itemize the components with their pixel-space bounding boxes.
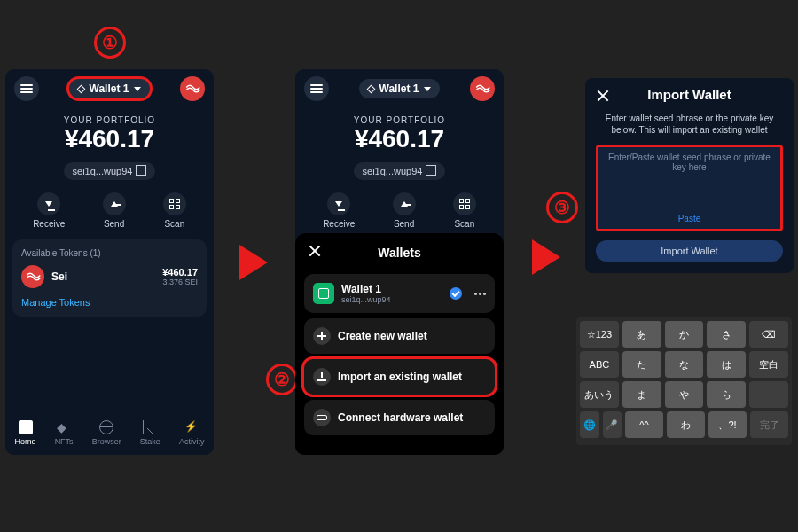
arrow-right-icon (532, 239, 560, 275)
key-ka[interactable]: か (665, 321, 704, 348)
create-wallet-label: Create new wallet (338, 330, 427, 342)
key-na[interactable]: な (665, 351, 704, 378)
more-icon[interactable] (474, 293, 486, 295)
tab-browser[interactable]: Browser (92, 420, 121, 446)
step-3-badge: ③ (546, 192, 578, 223)
key-ma[interactable]: ま (622, 381, 661, 408)
create-wallet-button[interactable]: Create new wallet (304, 318, 495, 354)
copy-icon (427, 167, 436, 176)
token-name: Sei (51, 270, 67, 283)
import-wallet-screen: Import Wallet Enter wallet seed phrase o… (585, 78, 794, 273)
hamburger-icon (310, 84, 323, 93)
tab-nfts-label: NFTs (55, 437, 74, 446)
tab-stake-label: Stake (140, 437, 160, 446)
import-submit-button[interactable]: Import Wallet (596, 240, 783, 262)
qr-icon (459, 199, 470, 209)
key-mode-num[interactable]: ☆123 (580, 321, 619, 348)
globe-icon (99, 420, 113, 434)
scan-button[interactable]: Scan (453, 192, 476, 229)
tab-nfts[interactable]: NFTs (55, 420, 74, 446)
key-space[interactable]: 空白 (749, 351, 788, 378)
tab-home[interactable]: Home (15, 420, 36, 446)
portfolio-label: YOUR PORTFOLIO (5, 115, 214, 125)
sei-logo-icon[interactable] (470, 76, 495, 101)
key-mode-abc[interactable]: ABC (580, 351, 619, 378)
upload-icon (401, 201, 408, 207)
checkmark-icon (450, 287, 462, 300)
address-chip[interactable]: sei1q...wup94 (64, 162, 156, 180)
key-wa[interactable]: わ (667, 411, 705, 438)
wallets-sheet: Wallets Wallet 1 sei1q...wup94 Create ne… (295, 233, 504, 455)
menu-button[interactable] (14, 76, 39, 101)
tab-home-label: Home (15, 437, 36, 446)
receive-label: Receive (323, 219, 355, 229)
close-icon[interactable] (308, 244, 322, 258)
send-button[interactable]: Send (103, 192, 126, 229)
sei-token-icon (21, 265, 44, 288)
close-icon[interactable] (596, 89, 610, 103)
qr-icon (169, 199, 180, 209)
key-mode-kana[interactable]: あいう (580, 381, 619, 408)
copy-icon (137, 167, 146, 176)
key-done[interactable]: 完了 (750, 411, 788, 438)
download-icon (317, 372, 326, 381)
sei-logo-icon[interactable] (180, 76, 205, 101)
receive-label: Receive (33, 219, 65, 229)
scan-button[interactable]: Scan (163, 192, 186, 229)
key-smallkana[interactable]: ^^ (625, 411, 663, 438)
send-button[interactable]: Send (393, 192, 416, 229)
plus-icon (317, 332, 326, 340)
key-ya[interactable]: や (665, 381, 704, 408)
import-title: Import Wallet (647, 87, 731, 102)
wallet-row-name: Wallet 1 (341, 283, 391, 295)
key-ra[interactable]: ら (707, 381, 746, 408)
key-ha[interactable]: は (707, 351, 746, 378)
key-punct[interactable]: 、?! (708, 411, 747, 438)
token-fiat: ¥460.17 (162, 267, 198, 278)
key-ta[interactable]: た (622, 351, 661, 378)
tab-activity[interactable]: Activity (179, 420, 205, 446)
chart-icon (143, 420, 157, 434)
manage-tokens-link[interactable]: Manage Tokens (21, 297, 198, 308)
download-icon (45, 201, 52, 207)
send-label: Send (104, 219, 124, 229)
arrow-right-icon (239, 245, 268, 280)
upload-icon (111, 201, 118, 207)
wallet-selector[interactable]: Wallet 1 (69, 79, 151, 98)
key-backspace[interactable]: ⌫ (749, 321, 788, 348)
import-wallet-button[interactable]: Import an existing wallet (304, 359, 495, 395)
chevron-down-icon (134, 87, 141, 91)
token-row-sei[interactable]: Sei ¥460.17 3.376 SEI (21, 265, 198, 288)
diamond-icon (76, 84, 85, 93)
menu-button[interactable] (304, 76, 329, 101)
paste-button[interactable]: Paste (604, 214, 775, 223)
hardware-wallet-button[interactable]: Connect hardware wallet (304, 400, 495, 435)
phone-screen-1: Wallet 1 YOUR PORTFOLIO ¥460.17 sei1q...… (5, 69, 214, 455)
usb-icon (317, 415, 327, 420)
phone-screen-2: Wallet 1 YOUR PORTFOLIO ¥460.17 sei1q...… (295, 69, 504, 455)
hamburger-icon (20, 84, 33, 93)
address-text: sei1q...wup94 (73, 166, 133, 176)
key-sa[interactable]: さ (707, 321, 746, 348)
wallet-row-current[interactable]: Wallet 1 sei1q...wup94 (304, 274, 495, 313)
step-1-badge: ① (94, 27, 126, 59)
home-icon (19, 420, 33, 434)
wallets-sheet-title: Wallets (378, 246, 421, 260)
scan-label: Scan (454, 219, 474, 229)
key-a[interactable]: あ (622, 321, 661, 348)
key-globe[interactable]: 🌐 (580, 411, 599, 438)
seed-placeholder: Enter/Paste wallet seed phrase or privat… (604, 153, 775, 172)
scan-label: Scan (164, 219, 184, 229)
tab-stake[interactable]: Stake (140, 420, 160, 446)
key-blank[interactable] (749, 381, 788, 408)
seed-phrase-input[interactable]: Enter/Paste wallet seed phrase or privat… (596, 145, 783, 231)
diamond-icon (366, 84, 375, 93)
key-mic[interactable]: 🎤 (603, 411, 622, 438)
wallet-selector[interactable]: Wallet 1 (359, 79, 441, 98)
portfolio-amount: ¥460.17 (295, 125, 504, 153)
receive-button[interactable]: Receive (323, 192, 355, 229)
address-text: sei1q...wup94 (363, 166, 423, 176)
receive-button[interactable]: Receive (33, 192, 65, 229)
soft-keyboard: ☆123 あ か さ ⌫ ABC た な は 空白 あいう ま や ら 🌐 🎤 … (576, 317, 792, 445)
address-chip[interactable]: sei1q...wup94 (354, 162, 446, 180)
